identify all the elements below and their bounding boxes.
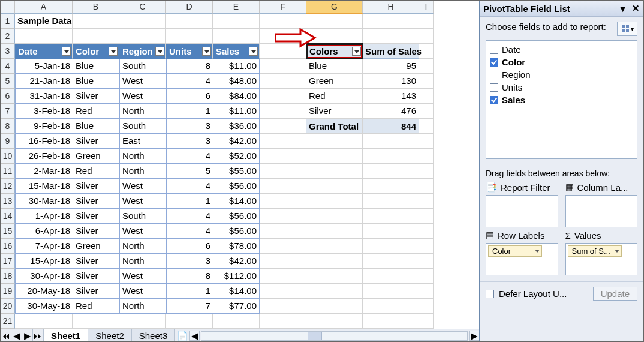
empty-cell[interactable] bbox=[363, 239, 419, 254]
empty-cell[interactable] bbox=[306, 194, 363, 209]
tab-prev-button[interactable]: ◀ bbox=[11, 329, 22, 342]
cell-color[interactable]: Blue bbox=[73, 119, 119, 134]
col-header-I[interactable]: I bbox=[419, 1, 434, 14]
row-labels-well[interactable]: Color bbox=[486, 243, 558, 275]
cell-sales[interactable]: $36.00 bbox=[213, 119, 260, 134]
cell-region[interactable]: East bbox=[119, 134, 166, 149]
empty-cell[interactable] bbox=[306, 14, 363, 29]
row-header-16[interactable]: 16 bbox=[1, 239, 15, 254]
title-cell[interactable]: Sample Data bbox=[15, 14, 73, 29]
row-header-3[interactable]: 3 bbox=[1, 44, 15, 59]
cell-units[interactable]: 3 bbox=[166, 254, 213, 269]
cell-sales[interactable]: $56.00 bbox=[213, 224, 260, 239]
cell-date[interactable]: 9-Feb-18 bbox=[15, 119, 73, 134]
col-header-F[interactable]: F bbox=[260, 1, 306, 14]
empty-cell[interactable] bbox=[73, 314, 119, 329]
sheet-tab-sheet3[interactable]: Sheet3 bbox=[132, 329, 176, 342]
cell-region[interactable]: West bbox=[119, 179, 166, 194]
tab-last-button[interactable]: ⏭ bbox=[33, 329, 44, 342]
empty-cell[interactable] bbox=[306, 164, 363, 179]
cell-region[interactable]: North bbox=[119, 299, 166, 314]
empty-cell[interactable] bbox=[363, 209, 419, 224]
cell-units[interactable]: 1 bbox=[166, 104, 213, 119]
col-header-E[interactable]: E bbox=[213, 1, 260, 14]
cell-region[interactable]: North bbox=[119, 254, 166, 269]
empty-cell[interactable] bbox=[260, 194, 306, 209]
field-item-units[interactable]: Units bbox=[489, 81, 634, 94]
empty-cell[interactable] bbox=[260, 254, 306, 269]
cell-region[interactable]: West bbox=[119, 74, 166, 89]
cell-color[interactable]: Silver bbox=[73, 269, 119, 284]
empty-cell[interactable] bbox=[306, 149, 363, 164]
cell-region[interactable]: South bbox=[119, 59, 166, 74]
cell-date[interactable]: 5-Jan-18 bbox=[15, 59, 73, 74]
empty-cell[interactable] bbox=[419, 29, 434, 44]
empty-cell[interactable] bbox=[260, 209, 306, 224]
pivot-grand-total-value[interactable]: 844 bbox=[363, 119, 419, 134]
cell-sales[interactable]: $14.00 bbox=[213, 284, 260, 299]
empty-cell[interactable] bbox=[260, 29, 306, 44]
checkbox-icon[interactable] bbox=[490, 46, 498, 54]
filter-dropdown-icon[interactable] bbox=[155, 47, 164, 56]
scroll-track[interactable] bbox=[201, 331, 468, 341]
empty-cell[interactable] bbox=[260, 134, 306, 149]
cell-sales[interactable]: $11.00 bbox=[213, 104, 260, 119]
cell-units[interactable]: 4 bbox=[166, 209, 213, 224]
row-header-17[interactable]: 17 bbox=[1, 254, 15, 269]
empty-cell[interactable] bbox=[166, 29, 213, 44]
empty-cell[interactable] bbox=[363, 254, 419, 269]
table-header-units[interactable]: Units bbox=[166, 44, 213, 59]
row-header-8[interactable]: 8 bbox=[1, 119, 15, 134]
cell-color[interactable]: Silver bbox=[73, 179, 119, 194]
cell-sales[interactable]: $55.00 bbox=[213, 164, 260, 179]
cell-region[interactable]: South bbox=[119, 119, 166, 134]
empty-cell[interactable] bbox=[419, 89, 434, 104]
empty-cell[interactable] bbox=[260, 89, 306, 104]
cell-units[interactable]: 1 bbox=[166, 194, 213, 209]
empty-cell[interactable] bbox=[363, 269, 419, 284]
cell-color[interactable]: Silver bbox=[73, 254, 119, 269]
empty-cell[interactable] bbox=[363, 194, 419, 209]
cell-date[interactable]: 3-Feb-18 bbox=[15, 104, 73, 119]
pivot-label[interactable]: Red bbox=[306, 89, 363, 104]
empty-cell[interactable] bbox=[166, 314, 213, 329]
filter-dropdown-icon[interactable] bbox=[202, 47, 211, 56]
row-header-12[interactable]: 12 bbox=[1, 179, 15, 194]
empty-cell[interactable] bbox=[260, 284, 306, 299]
empty-cell[interactable] bbox=[363, 164, 419, 179]
layout-options-button[interactable]: ▾ bbox=[617, 22, 637, 36]
table-header-region[interactable]: Region bbox=[119, 44, 166, 59]
pivot-value[interactable]: 143 bbox=[363, 89, 419, 104]
cell-units[interactable]: 8 bbox=[166, 59, 213, 74]
col-header-H[interactable]: H bbox=[363, 1, 419, 14]
cell-region[interactable]: North bbox=[119, 104, 166, 119]
sheet-tab-sheet2[interactable]: Sheet2 bbox=[88, 329, 132, 342]
cell-color[interactable]: Green bbox=[73, 239, 119, 254]
empty-cell[interactable] bbox=[260, 119, 306, 134]
report-filter-well[interactable] bbox=[486, 195, 558, 227]
empty-cell[interactable] bbox=[419, 59, 434, 74]
empty-cell[interactable] bbox=[260, 314, 306, 329]
values-well[interactable]: Sum of S... bbox=[565, 243, 638, 275]
pivot-value[interactable]: 476 bbox=[363, 104, 419, 119]
row-header-4[interactable]: 4 bbox=[1, 59, 15, 74]
field-item-color[interactable]: Color bbox=[489, 56, 634, 68]
col-header-B[interactable]: B bbox=[73, 1, 119, 14]
cell-color[interactable]: Silver bbox=[73, 194, 119, 209]
empty-cell[interactable] bbox=[363, 299, 419, 314]
cell-sales[interactable]: $48.00 bbox=[213, 74, 260, 89]
cell-sales[interactable]: $42.00 bbox=[213, 134, 260, 149]
tab-first-button[interactable]: ⏮ bbox=[1, 329, 11, 342]
scroll-right-button[interactable]: ▶ bbox=[469, 331, 479, 341]
empty-cell[interactable] bbox=[419, 239, 434, 254]
empty-cell[interactable] bbox=[419, 104, 434, 119]
cell-date[interactable]: 7-Apr-18 bbox=[15, 239, 73, 254]
empty-cell[interactable] bbox=[260, 269, 306, 284]
empty-cell[interactable] bbox=[119, 314, 166, 329]
cell-region[interactable]: North bbox=[119, 239, 166, 254]
empty-cell[interactable] bbox=[363, 179, 419, 194]
cell-color[interactable]: Silver bbox=[73, 224, 119, 239]
row-header-9[interactable]: 9 bbox=[1, 134, 15, 149]
row-header-15[interactable]: 15 bbox=[1, 224, 15, 239]
field-item-sales[interactable]: Sales bbox=[489, 94, 634, 106]
